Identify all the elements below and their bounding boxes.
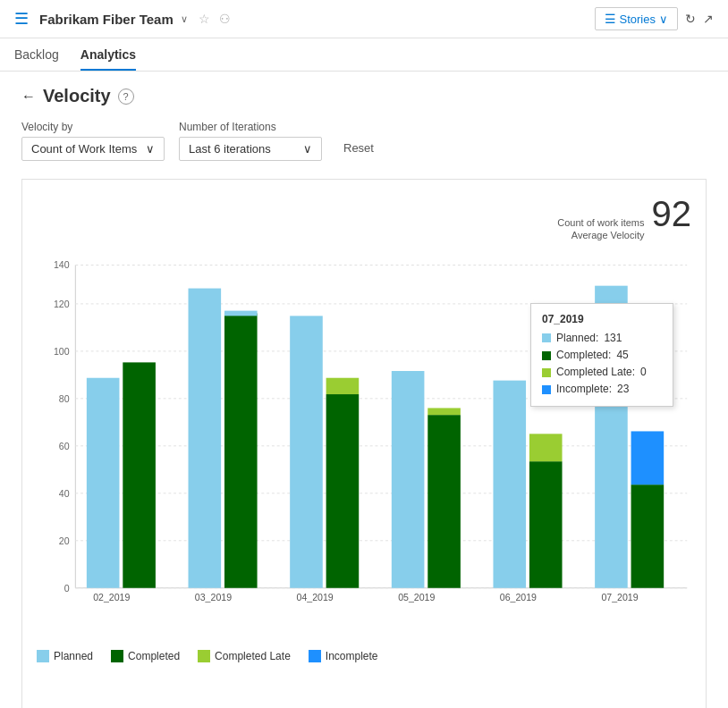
members-icon[interactable]: ⚇ [219, 12, 231, 26]
tooltip-incomplete-row: Incomplete: 23 [542, 381, 662, 398]
stories-button[interactable]: ☰ Stories ∨ [595, 7, 678, 30]
svg-text:20: 20 [59, 535, 70, 545]
bar-02-completed [123, 362, 156, 587]
bar-04-planned [290, 316, 323, 587]
svg-text:40: 40 [59, 487, 70, 498]
chart-area: Count of work items Average Velocity 92 … [21, 179, 707, 708]
tooltip-completed-row: Completed: 45 [542, 347, 662, 364]
iterations-chevron-icon: ∨ [303, 142, 312, 156]
svg-text:140: 140 [54, 259, 70, 270]
page-content: ← Velocity ? Velocity by Count of Work I… [0, 72, 728, 708]
refresh-icon[interactable]: ↻ [685, 12, 696, 26]
legend-completed: Completed [111, 650, 180, 662]
tooltip-completed-swatch [542, 351, 551, 360]
bar-05-completed [427, 415, 461, 588]
tooltip-completed-late-label: Completed Late: [556, 364, 635, 381]
tooltip-completed-late-swatch [542, 368, 551, 377]
velocity-summary: Count of work items Average Velocity 92 [557, 194, 691, 242]
bar-06-completed-late [529, 434, 563, 461]
legend-planned-swatch [37, 650, 49, 662]
svg-text:05_2019: 05_2019 [398, 592, 435, 603]
tooltip-completed-late-value: 0 [640, 364, 647, 381]
svg-text:60: 60 [59, 440, 70, 451]
bar-03-completed [224, 313, 258, 587]
tooltip-planned-label: Planned: [556, 330, 598, 347]
team-name: Fabrikam Fiber Team [39, 12, 174, 27]
svg-text:120: 120 [54, 298, 70, 308]
filters-row: Velocity by Count of Work Items ∨ Number… [21, 121, 707, 161]
bar-05-completed-late [427, 408, 461, 415]
bar-07-incomplete [631, 431, 665, 485]
page-title: Velocity [43, 86, 111, 106]
legend-completed-late: Completed Late [198, 650, 291, 662]
velocity-by-filter: Velocity by Count of Work Items ∨ [21, 121, 165, 161]
tooltip-completed-value: 45 [616, 347, 628, 364]
team-chevron-icon[interactable]: ∨ [181, 13, 188, 25]
tooltip-incomplete-label: Incomplete: [556, 381, 612, 398]
tooltip-planned-row: Planned: 131 [542, 330, 662, 347]
bar-06-planned [493, 380, 526, 587]
svg-text:0: 0 [64, 582, 70, 593]
bar-03-planned [189, 288, 222, 587]
svg-text:04_2019: 04_2019 [297, 592, 334, 603]
stories-label: Stories [620, 13, 656, 26]
velocity-by-dropdown[interactable]: Count of Work Items ∨ [21, 137, 165, 161]
chart-header: Count of work items Average Velocity 92 [37, 194, 691, 242]
back-arrow-icon[interactable]: ← [21, 88, 36, 105]
legend-planned-label: Planned [54, 650, 93, 662]
nav-tabs: Backlog Analytics [0, 38, 728, 72]
bar-06-completed [529, 461, 563, 588]
legend-planned: Planned [37, 650, 93, 662]
tooltip-incomplete-swatch [542, 385, 551, 394]
app-icon: ☰ [14, 9, 29, 29]
tooltip-completed-late-row: Completed Late: 0 [542, 364, 662, 381]
app-header: ☰ Fabrikam Fiber Team ∨ ☆ ⚇ ☰ Stories ∨ … [0, 0, 728, 38]
velocity-by-value: Count of Work Items [31, 142, 137, 156]
chart-container: 0 20 40 60 80 100 120 [37, 249, 691, 634]
legend-incomplete: Incomplete [309, 650, 378, 662]
iterations-filter: Number of Iterations Last 6 iterations ∨ [179, 121, 322, 161]
svg-text:07_2019: 07_2019 [601, 592, 638, 603]
velocity-value: 92 [652, 194, 692, 234]
velocity-by-label: Velocity by [21, 121, 165, 133]
favorite-icon[interactable]: ☆ [199, 12, 210, 26]
iterations-value: Last 6 iterations [189, 142, 271, 156]
bar-04-completed [326, 394, 360, 588]
tooltip-completed-label: Completed: [556, 347, 611, 364]
tooltip-planned-swatch [542, 333, 551, 342]
velocity-label: Count of work items Average Velocity [557, 216, 644, 242]
legend-completed-late-swatch [198, 650, 210, 662]
legend-incomplete-swatch [309, 650, 321, 662]
legend-completed-swatch [111, 650, 123, 662]
svg-text:02_2019: 02_2019 [93, 592, 130, 603]
bar-02-planned [87, 377, 120, 587]
tooltip-incomplete-value: 23 [617, 381, 629, 398]
chart-legend: Planned Completed Completed Late Incompl… [37, 645, 691, 668]
help-icon[interactable]: ? [118, 88, 134, 105]
page-header: ← Velocity ? [21, 86, 707, 106]
stories-icon: ☰ [605, 12, 616, 26]
tooltip-planned-value: 131 [604, 330, 622, 347]
header-right: ☰ Stories ∨ ↻ ↗ [595, 7, 714, 30]
chart-tooltip: 07_2019 Planned: 131 Completed: 45 Compl… [530, 303, 673, 407]
svg-text:06_2019: 06_2019 [500, 592, 537, 603]
velocity-by-chevron-icon: ∨ [146, 142, 155, 156]
tab-analytics[interactable]: Analytics [80, 38, 136, 71]
tab-backlog[interactable]: Backlog [14, 38, 59, 71]
iterations-dropdown[interactable]: Last 6 iterations ∨ [179, 137, 322, 161]
tooltip-title: 07_2019 [542, 311, 662, 328]
svg-text:03_2019: 03_2019 [195, 592, 232, 603]
legend-completed-label: Completed [128, 650, 180, 662]
legend-completed-late-label: Completed Late [215, 650, 291, 662]
bar-03-planned-cap [224, 310, 258, 316]
expand-icon[interactable]: ↗ [703, 12, 714, 26]
bar-04-completed-late [326, 377, 360, 393]
iterations-label: Number of Iterations [179, 121, 322, 133]
reset-button[interactable]: Reset [336, 137, 381, 159]
svg-text:100: 100 [54, 345, 70, 356]
bar-05-planned [392, 371, 425, 588]
legend-incomplete-label: Incomplete [326, 650, 378, 662]
stories-chevron-icon: ∨ [659, 13, 668, 26]
svg-text:80: 80 [59, 392, 70, 403]
bar-07-completed [631, 485, 665, 588]
